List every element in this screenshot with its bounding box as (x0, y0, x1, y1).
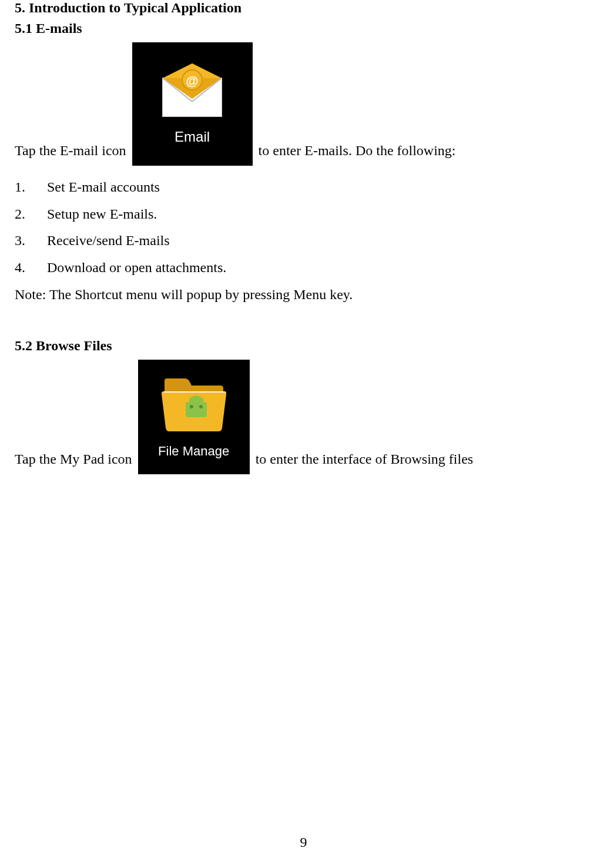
folder-icon-svg (159, 374, 229, 435)
text-before-file-icon: Tap the My Pad icon (15, 448, 132, 470)
email-icon-label: Email (175, 126, 210, 148)
subsection-title-browse-files: 5.2 Browse Files (15, 338, 592, 354)
email-note: Note: The Shortcut menu will popup by pr… (15, 287, 592, 303)
email-intro-paragraph: Tap the E-mail icon @ Email to enter E-m… (15, 42, 592, 166)
email-envelope-icon: @ (157, 61, 227, 119)
file-manager-app-icon: File Manage (138, 360, 250, 474)
email-app-icon: @ Email (132, 42, 253, 166)
list-item: Setup new E-mails. (15, 201, 592, 228)
page-number: 9 (300, 835, 307, 850)
text-after-file-icon: to enter the interface of Browsing files (256, 448, 474, 470)
text-before-email-icon: Tap the E-mail icon (15, 140, 126, 161)
svg-rect-11 (199, 401, 203, 403)
browse-files-paragraph: Tap the My Pad icon File Manage to enter… (15, 360, 592, 474)
svg-text:@: @ (186, 73, 198, 88)
svg-point-9 (199, 405, 203, 408)
text-after-email-icon: to enter E-mails. Do the following: (259, 140, 456, 161)
subsection-title-emails: 5.1 E-mails (15, 21, 592, 36)
email-steps-list: Set E-mail accounts Setup new E-mails. R… (15, 174, 592, 281)
list-item: Set E-mail accounts (15, 174, 592, 201)
file-icon-label: File Manage (158, 441, 229, 461)
list-item: Download or open attachments. (15, 254, 592, 281)
svg-rect-10 (190, 401, 193, 403)
list-item: Receive/send E-mails (15, 227, 592, 254)
section-title: 5. Introduction to Typical Application (15, 0, 592, 16)
svg-point-8 (190, 405, 193, 408)
email-icon-svg: @ (157, 61, 227, 119)
